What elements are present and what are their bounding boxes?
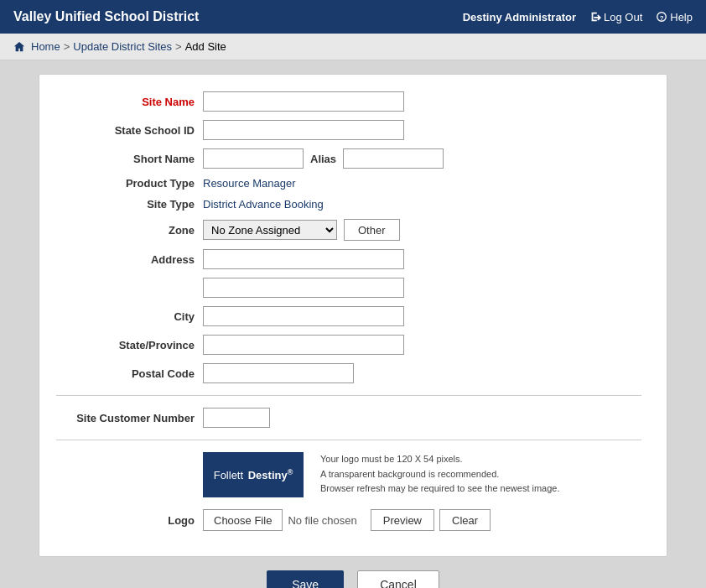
no-file-text: No file chosen bbox=[288, 514, 356, 527]
logout-icon bbox=[589, 11, 601, 23]
logo-preview-area: Follett Destiny® Your logo must be 120 X… bbox=[203, 452, 560, 497]
short-name-input[interactable] bbox=[203, 148, 304, 169]
address-input-1[interactable] bbox=[203, 249, 404, 269]
divider-1 bbox=[56, 395, 641, 396]
follett-logo-text: Follett Destiny® bbox=[214, 468, 293, 481]
site-type-label: Site Type bbox=[56, 198, 203, 211]
alias-label: Alias bbox=[310, 153, 336, 165]
logo-row: Logo Choose File No file chosen Preview … bbox=[56, 509, 641, 531]
city-label: City bbox=[56, 310, 203, 323]
logo-instruction-1: Your logo must be 120 X 54 pixels. bbox=[320, 452, 560, 467]
postal-code-row: Postal Code bbox=[56, 363, 641, 383]
logo-section: Follett Destiny® Your logo must be 120 X… bbox=[56, 452, 641, 497]
customer-number-label: Site Customer Number bbox=[56, 412, 203, 424]
zone-label: Zone bbox=[56, 224, 203, 237]
short-name-row: Short Name Alias bbox=[56, 148, 641, 169]
site-name-row: Site Name bbox=[56, 91, 641, 112]
other-button[interactable]: Other bbox=[344, 219, 400, 241]
breadcrumb: Home > Update District Sites > Add Site bbox=[0, 34, 706, 60]
site-type-row: Site Type District Advance Booking bbox=[56, 198, 641, 211]
city-row: City bbox=[56, 306, 641, 326]
logo-instruction-2: A transparent background is recommended. bbox=[320, 467, 560, 482]
state-school-id-input[interactable] bbox=[203, 120, 404, 140]
logo-controls: Choose File No file chosen Preview Clear bbox=[203, 509, 491, 531]
state-school-id-row: State School ID bbox=[56, 120, 641, 140]
choose-file-button[interactable]: Choose File bbox=[203, 509, 283, 531]
help-icon: ? bbox=[656, 11, 667, 23]
site-type-value: District Advance Booking bbox=[203, 198, 324, 211]
page-content: Site Name State School ID Short Name Ali… bbox=[0, 60, 706, 588]
logo-label: Logo bbox=[56, 514, 203, 527]
breadcrumb-home[interactable]: Home bbox=[31, 40, 60, 53]
product-type-row: Product Type Resource Manager bbox=[56, 177, 641, 190]
cancel-button[interactable]: Cancel bbox=[357, 570, 439, 588]
svg-text:?: ? bbox=[660, 14, 664, 22]
home-icon bbox=[13, 41, 25, 53]
zone-row: Zone No Zone Assigned Other bbox=[56, 219, 641, 241]
short-name-label: Short Name bbox=[56, 153, 203, 165]
save-button[interactable]: Save bbox=[267, 570, 344, 588]
preview-button[interactable]: Preview bbox=[371, 509, 434, 531]
postal-code-input[interactable] bbox=[203, 363, 354, 383]
address-row-1: Address bbox=[56, 249, 641, 269]
customer-number-input[interactable] bbox=[203, 408, 270, 428]
city-input[interactable] bbox=[203, 306, 404, 326]
breadcrumb-current: Add Site bbox=[185, 40, 226, 53]
address-input-2[interactable] bbox=[203, 278, 404, 298]
logout-button[interactable]: Log Out bbox=[589, 11, 642, 23]
header-actions: Destiny Administrator Log Out ? Help bbox=[463, 11, 693, 23]
form-card: Site Name State School ID Short Name Ali… bbox=[39, 74, 667, 557]
logo-instruction-3: Browser refresh may be required to see t… bbox=[320, 481, 560, 497]
divider-2 bbox=[56, 440, 641, 440]
customer-number-row: Site Customer Number bbox=[56, 408, 641, 428]
zone-select[interactable]: No Zone Assigned bbox=[203, 220, 337, 240]
address-label: Address bbox=[56, 253, 203, 266]
site-name-label: Site Name bbox=[56, 96, 203, 108]
state-school-id-label: State School ID bbox=[56, 124, 203, 137]
product-type-value: Resource Manager bbox=[203, 177, 296, 190]
app-header: Valley Unified School District Destiny A… bbox=[0, 0, 706, 34]
clear-button[interactable]: Clear bbox=[439, 509, 491, 531]
breadcrumb-update-sites[interactable]: Update District Sites bbox=[73, 40, 172, 53]
bottom-buttons: Save Cancel bbox=[13, 570, 693, 588]
site-title: Valley Unified School District bbox=[13, 9, 199, 24]
state-province-label: State/Province bbox=[56, 339, 203, 351]
postal-code-label: Postal Code bbox=[56, 367, 203, 380]
help-button[interactable]: ? Help bbox=[656, 11, 693, 23]
user-name: Destiny Administrator bbox=[463, 11, 576, 23]
state-province-input[interactable] bbox=[203, 335, 404, 355]
product-type-label: Product Type bbox=[56, 177, 203, 190]
address-row-2 bbox=[56, 278, 641, 298]
site-name-input[interactable] bbox=[203, 91, 404, 112]
follett-logo: Follett Destiny® bbox=[203, 452, 304, 497]
alias-input[interactable] bbox=[343, 148, 444, 169]
state-province-row: State/Province bbox=[56, 335, 641, 355]
logo-instructions: Your logo must be 120 X 54 pixels. A tra… bbox=[320, 452, 560, 497]
